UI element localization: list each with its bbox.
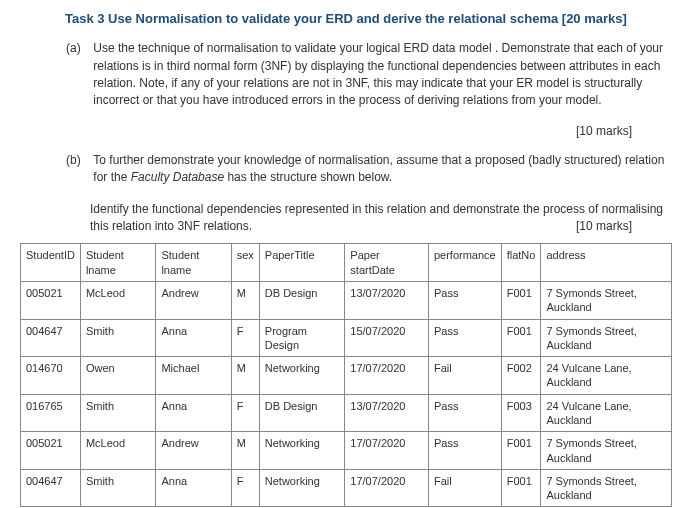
table-cell: 17/07/2020 <box>345 357 429 395</box>
table-row: 004647SmithAnnaFProgram Design15/07/2020… <box>21 319 672 357</box>
table-cell: 7 Symonds Street, Auckland <box>541 469 672 507</box>
table-cell: 005021 <box>21 432 81 470</box>
table-cell: 13/07/2020 <box>345 394 429 432</box>
subtask-b-para2: Identify the functional dependencies rep… <box>90 201 672 236</box>
table-cell: 13/07/2020 <box>345 281 429 319</box>
table-cell: Smith <box>80 319 156 357</box>
table-header-cell: Student lname <box>156 244 231 282</box>
table-header-cell: Student lname <box>80 244 156 282</box>
subtask-b-italic: Faculty Database <box>131 170 224 184</box>
relation-table: StudentIDStudent lnameStudent lnamesexPa… <box>20 243 672 507</box>
table-cell: Anna <box>156 469 231 507</box>
table-cell: Michael <box>156 357 231 395</box>
table-cell: Smith <box>80 394 156 432</box>
subtask-a-marks: [10 marks] <box>20 124 632 138</box>
table-row: 016765SmithAnnaFDB Design13/07/2020PassF… <box>21 394 672 432</box>
table-row: 014670OwenMichaelMNetworking17/07/2020Fa… <box>21 357 672 395</box>
table-header-cell: StudentID <box>21 244 81 282</box>
table-header-cell: flatNo <box>501 244 541 282</box>
table-cell: DB Design <box>259 394 345 432</box>
table-cell: 15/07/2020 <box>345 319 429 357</box>
table-cell: Fail <box>428 469 501 507</box>
table-header-cell: sex <box>231 244 259 282</box>
subtask-b-label: (b) <box>66 152 90 169</box>
subtask-a-label: (a) <box>66 40 90 57</box>
table-cell: F001 <box>501 281 541 319</box>
table-cell: Anna <box>156 319 231 357</box>
subtask-b-marks: [10 marks] <box>576 218 632 235</box>
table-cell: Pass <box>428 281 501 319</box>
table-cell: Andrew <box>156 432 231 470</box>
table-cell: 016765 <box>21 394 81 432</box>
table-cell: Fail <box>428 357 501 395</box>
table-cell: F002 <box>501 357 541 395</box>
table-header-cell: PaperTitle <box>259 244 345 282</box>
table-cell: F <box>231 394 259 432</box>
table-cell: Networking <box>259 469 345 507</box>
subtask-b-part2: has the structure shown below. <box>224 170 392 184</box>
table-cell: Program Design <box>259 319 345 357</box>
table-cell: 014670 <box>21 357 81 395</box>
subtask-a-text: Use the technique of normalisation to va… <box>93 40 670 110</box>
table-cell: F <box>231 469 259 507</box>
table-cell: F001 <box>501 319 541 357</box>
table-row: 004647SmithAnnaFNetworking17/07/2020Fail… <box>21 469 672 507</box>
table-cell: 24 Vulcane Lane, Auckland <box>541 394 672 432</box>
table-cell: 17/07/2020 <box>345 469 429 507</box>
table-cell: 004647 <box>21 319 81 357</box>
table-cell: F003 <box>501 394 541 432</box>
table-cell: F001 <box>501 432 541 470</box>
task-title: Task 3 Use Normalisation to validate you… <box>20 10 672 28</box>
subtask-b: (b) To further demonstrate your knowledg… <box>90 152 672 187</box>
table-row: 005021McLeodAndrewMDB Design13/07/2020Pa… <box>21 281 672 319</box>
table-cell: 005021 <box>21 281 81 319</box>
table-cell: Pass <box>428 319 501 357</box>
table-cell: Smith <box>80 469 156 507</box>
subtask-a: (a) Use the technique of normalisation t… <box>90 40 672 110</box>
table-cell: Pass <box>428 394 501 432</box>
table-cell: DB Design <box>259 281 345 319</box>
table-header-cell: Paper startDate <box>345 244 429 282</box>
table-row: 005021McLeodAndrewMNetworking17/07/2020P… <box>21 432 672 470</box>
table-cell: F <box>231 319 259 357</box>
table-cell: 24 Vulcane Lane, Auckland <box>541 357 672 395</box>
table-cell: Owen <box>80 357 156 395</box>
table-header-row: StudentIDStudent lnameStudent lnamesexPa… <box>21 244 672 282</box>
table-cell: McLeod <box>80 281 156 319</box>
subtask-b-text: To further demonstrate your knowledge of… <box>93 152 670 187</box>
table-cell: M <box>231 357 259 395</box>
table-cell: Pass <box>428 432 501 470</box>
table-cell: McLeod <box>80 432 156 470</box>
table-cell: Anna <box>156 394 231 432</box>
table-cell: 004647 <box>21 469 81 507</box>
table-cell: 7 Symonds Street, Auckland <box>541 281 672 319</box>
table-cell: Networking <box>259 357 345 395</box>
table-cell: F001 <box>501 469 541 507</box>
table-cell: 17/07/2020 <box>345 432 429 470</box>
table-cell: M <box>231 281 259 319</box>
table-cell: 7 Symonds Street, Auckland <box>541 432 672 470</box>
table-cell: Networking <box>259 432 345 470</box>
table-cell: Andrew <box>156 281 231 319</box>
table-cell: M <box>231 432 259 470</box>
table-cell: 7 Symonds Street, Auckland <box>541 319 672 357</box>
table-header-cell: address <box>541 244 672 282</box>
table-header-cell: performance <box>428 244 501 282</box>
